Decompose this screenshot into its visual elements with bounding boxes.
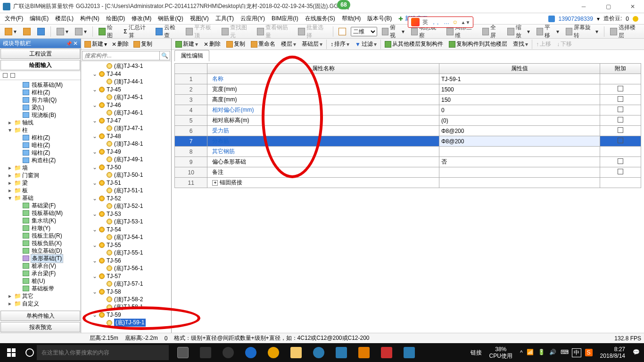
rt-moveup-button[interactable]: ↑ 上移 [534,40,553,49]
square-button[interactable] [337,27,348,36]
nav-item[interactable]: 承台梁(F) [0,270,81,277]
tray-volume-icon[interactable]: 🔊 [549,349,557,356]
tray-network-icon[interactable]: 📶 [527,349,534,356]
tree-leaf[interactable]: (底)TJ-56-1 [84,264,171,272]
tree-leaf[interactable]: (底)TJ-58-1 [84,304,171,312]
tree-leaf[interactable]: (底)TJ-55-1 [84,249,171,257]
slab-top-button[interactable]: 平齐板顶 [184,23,217,41]
tree-leaf[interactable]: (底)TJ-50-1 [84,171,171,179]
nav-tree[interactable]: 筏板基础(M)框柱(Z)剪力墙(Q)梁(L)现浇板(B)▸📁 轴线▾📁 柱框柱(… [0,80,81,310]
dock-close-icon[interactable]: ✕ [73,40,78,47]
nav-item[interactable]: ▸📁 板 [0,187,81,194]
new-file-button[interactable]: ▾ [3,27,18,36]
dimension-select[interactable]: 二维 [351,27,377,36]
property-row[interactable]: 7分布筋Φ8@200 [175,136,641,147]
user-id[interactable]: 13907298339 [559,16,593,22]
redo-button[interactable]: ▾ [73,27,89,36]
dock-collapse-icon[interactable] [3,73,8,78]
rt-floor-button[interactable]: 楼层 [279,40,298,49]
tree-group[interactable]: ⌄TJ-53 [84,210,171,218]
property-row[interactable]: 4相对偏心距(mm)0 [175,105,641,115]
nav-item[interactable]: 基础梁(F) [0,202,81,209]
rt-sort-button[interactable]: ↕ 排序 [329,40,351,49]
tree-leaf[interactable]: (顶)TJ-48-1 [84,140,171,148]
property-row[interactable]: 10备注 [175,167,641,178]
tree-group[interactable]: ⌄TJ-57 [84,272,171,280]
tree-group[interactable]: ⌄TJ-56 [84,257,171,265]
ime-overlay[interactable]: 英 ，。 … ☺ ▲▼ [408,16,473,28]
tree-leaf[interactable]: (底)TJ-46-1 [84,109,171,117]
app-store-icon[interactable] [330,343,353,362]
nav-item[interactable]: 现浇板(B) [0,111,81,119]
nav-item[interactable]: 条形基础(T) [0,255,81,262]
start-button[interactable] [0,343,23,362]
property-row[interactable]: 1名称TJ-59-1 [175,74,641,84]
tree-group[interactable]: ⌄TJ-52 [84,195,171,203]
rt-new-button[interactable]: 新建 [173,40,200,49]
rt-base-button[interactable]: 基础层 [300,40,324,49]
tree-group[interactable]: ⌄TJ-58 [84,288,171,296]
tree-leaf[interactable]: (底)TJ-43-1 [84,62,171,70]
tree-leaf[interactable]: (顶)TJ-58-2 [84,296,171,304]
property-row[interactable]: 3高度(mm)150 [175,95,641,105]
tree-group[interactable]: ⌄TJ-44 [84,70,171,78]
tree-leaf[interactable]: (底)TJ-59-1 [84,319,171,327]
menu-file[interactable]: 文件(F) [2,14,26,24]
tree-group[interactable]: ⌄TJ-55 [84,241,171,249]
property-row[interactable]: 9偏心条形基础否 [175,157,641,167]
property-row[interactable]: 8其它钢筋 [175,147,641,157]
property-tab[interactable]: 属性编辑 [174,50,209,61]
app-glodon-icon[interactable] [398,343,421,362]
screen-rotate-button[interactable]: 屏幕旋转▾ [564,23,601,41]
dock-tab-project[interactable]: 工程设置 [0,49,80,59]
tree-leaf[interactable]: (顶)TJ-44-1 [84,78,171,86]
view-steel-button[interactable]: 查看钢筋量 [255,23,293,41]
property-row[interactable]: 11+锚固搭接 [175,178,641,188]
nav-item[interactable]: 筏板负筋(X) [0,239,81,247]
dock-expand-icon[interactable] [10,73,15,78]
rt-find-button[interactable]: 查找 [511,40,530,49]
taskbar-search[interactable]: 在这里输入你要搜索的内容 [37,345,169,360]
nav-item[interactable]: 筏板主筋(R) [0,232,81,239]
nav-item[interactable]: 筏板基础(M) [0,209,81,217]
nav-item[interactable]: ▸📁 其它 [0,292,81,300]
rt-rename-button[interactable]: 重命名 [249,40,277,49]
fullscreen-button[interactable]: 全屏 [480,23,503,41]
app-icon-2[interactable] [217,343,239,362]
nav-item[interactable]: 柱墩(Y) [0,224,81,232]
nav-item[interactable]: ▸📁 轴线 [0,119,81,126]
mid-copy-button[interactable]: 复制 [132,40,154,49]
maximize-button[interactable]: ▢ [600,3,617,10]
nav-item[interactable]: ▸📁 门窗洞 [0,172,81,179]
draw-button[interactable]: 绘图 [97,23,119,41]
rt-movedown-button[interactable]: ↓ 下移 [555,40,574,49]
tree-leaf[interactable]: (顶)TJ-47-1 [84,124,171,132]
nav-item[interactable]: ▸📁 自定义 [0,300,81,307]
nav-item[interactable]: 暗柱(Z) [0,141,81,149]
menu-floor[interactable]: 楼层(L) [52,14,76,24]
app-explorer-icon[interactable] [285,343,307,362]
tray-ime-lang[interactable]: 中 [572,348,581,357]
tree-leaf[interactable]: (底)TJ-57-1 [84,280,171,288]
mid-delete-button[interactable]: ✕删除 [110,40,130,49]
component-tree[interactable]: (底)TJ-43-1⌄TJ-44(顶)TJ-44-1⌄TJ-45(底)TJ-45… [81,61,171,333]
rt-filter-button[interactable]: ▼过滤 [353,40,379,49]
tray-keyboard-icon[interactable]: ⌨ [561,349,568,356]
pan-button[interactable]: 平移▾ [535,23,561,41]
save-button[interactable] [35,27,47,36]
nav-item[interactable]: 框柱(Z) [0,134,81,141]
tray-link-label[interactable]: 链接 [471,349,482,357]
app-icon-4[interactable] [262,343,285,362]
app-icon-9[interactable] [375,343,398,362]
tree-leaf[interactable]: (底)TJ-52-1 [84,202,171,210]
tray-ime-s[interactable]: S [585,349,593,356]
tree-group[interactable]: ⌄TJ-47 [84,117,171,125]
app-icon-8[interactable] [353,343,375,362]
dock-tab-report[interactable]: 报表预览 [0,322,80,332]
tree-leaf[interactable]: (底)TJ-49-1 [84,156,171,164]
tray-notifications-icon[interactable]: 💬 [633,349,640,356]
tray-cpu[interactable]: 38%CPU使用 [486,346,516,360]
tray-battery-icon[interactable]: 🔋 [538,349,545,356]
zoom-button[interactable]: 缩放▾ [505,23,532,41]
tree-group[interactable]: ⌄TJ-59 [84,311,171,319]
